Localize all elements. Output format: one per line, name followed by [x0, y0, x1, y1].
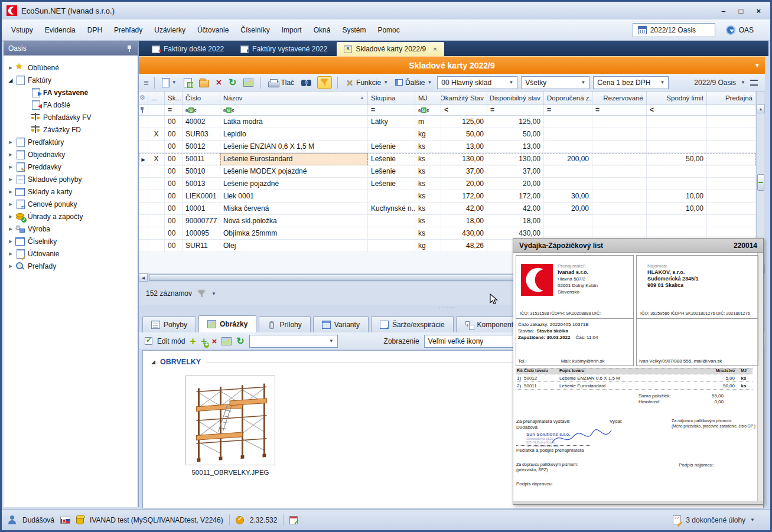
tree-expander-icon[interactable] [6, 213, 15, 220]
tab-pohyby[interactable]: Pohyby [142, 316, 196, 332]
filter-op-equals-icon[interactable] [487, 105, 544, 115]
grid-settings-gear-icon[interactable]: ⚙ [139, 94, 145, 102]
delete-image-button[interactable]: × [211, 337, 217, 345]
table-row[interactable]: 00 40002 Látka modrá Látky m 125,00 125,… [139, 116, 756, 128]
minimize-button[interactable]: – [721, 6, 725, 15]
tree-item[interactable]: Úhrady a zápočty [4, 210, 138, 223]
calendar-check-icon[interactable] [289, 516, 298, 524]
tasks-dropdown-icon[interactable]: ▼ [750, 517, 755, 523]
slovak-flag-icon[interactable] [60, 517, 70, 524]
tree-item[interactable]: Pohľadávky FV [4, 111, 138, 123]
tree-expander-icon[interactable] [6, 200, 15, 208]
tree-expander-icon[interactable] [6, 64, 15, 71]
add-image-button[interactable]: + [190, 337, 196, 345]
tree-item[interactable]: Výroba [4, 223, 138, 235]
table-row[interactable]: 00 LIEK0001 Liek 0001 ks 172,00 172,00 3… [139, 190, 756, 203]
tree-item[interactable]: Záväzky FD [4, 123, 138, 136]
filter-pin-icon[interactable] [139, 106, 145, 113]
tab-varianty[interactable]: Varianty [313, 316, 369, 332]
table-row[interactable]: 00 50013 Lešenie pojazdné Lešenie ks 20,… [139, 178, 756, 190]
tree-expander-icon[interactable] [6, 77, 15, 83]
filter-op-equals-icon[interactable] [368, 105, 415, 115]
tree-item[interactable]: Skladové pohyby [4, 173, 138, 185]
column-header[interactable]: Disponibilný stav [487, 92, 544, 104]
filter-op-less-icon[interactable] [441, 105, 487, 115]
price-select[interactable]: Cena 1 bez DPH▼ [593, 76, 669, 89]
more-menu-button[interactable]: Ďalšie▼ [393, 77, 434, 88]
menu-item[interactable]: Pomoc [372, 24, 405, 37]
tree-expander-icon[interactable] [6, 151, 15, 158]
column-header[interactable]: Rezervované [592, 92, 647, 104]
add-image-plus-button[interactable]: + [201, 337, 207, 345]
tab-faktury-dosle[interactable]: Faktúry došlé 2022 [145, 42, 231, 56]
tree-item[interactable]: Predfaktúry [4, 136, 138, 148]
grid-period-label[interactable]: 2022/9 Oasis [694, 79, 736, 87]
table-row[interactable]: 00 10001 Miska červená Kuchynské n... ks… [139, 203, 756, 215]
period-dropdown-icon[interactable]: ▼ [741, 80, 745, 85]
table-row[interactable]: 00 50012 Lešenie ENZIAN 0,6 X 1,5 M Leše… [139, 141, 756, 153]
menu-item[interactable]: Účtovanie [191, 24, 234, 37]
status-tasks[interactable]: 3 dokončené úlohy [686, 516, 745, 524]
tree-item[interactable]: Objednávky [4, 148, 138, 161]
menu-item[interactable]: Systém [336, 24, 372, 37]
edit-mode-checkbox[interactable] [145, 337, 152, 345]
functions-menu-button[interactable]: Funkcie▼ [343, 77, 390, 88]
column-header-nazov[interactable]: Názov▲ [220, 92, 368, 104]
column-header[interactable]: Doporučená z... [544, 92, 592, 104]
image-button[interactable] [242, 77, 255, 88]
new-record-button[interactable]: ▼ [160, 77, 178, 89]
table-row[interactable]: X 00 SUR03 Lepidlo kg 50,00 50,00 [139, 128, 756, 141]
filter-op-equals-icon[interactable] [592, 105, 647, 115]
tab-skladove-karty[interactable]: Skladové karty 2022/9 × [337, 42, 444, 56]
refresh-images-button[interactable]: ↻ [236, 337, 244, 345]
table-row[interactable]: X 00 50011 Lešenie Eurostandard Lešenie … [139, 153, 756, 165]
status-database[interactable]: IVANAD test (MySQL/IVANADtest, V2246) [90, 516, 223, 524]
maximize-button[interactable]: □ [739, 6, 744, 15]
menu-item[interactable]: Uzávierky [148, 24, 191, 37]
copy-record-button[interactable] [182, 77, 194, 89]
tree-expander-icon[interactable] [6, 138, 15, 146]
image-thumbnail[interactable] [185, 376, 275, 465]
tree-item[interactable]: Obľúbené [4, 61, 138, 74]
column-header[interactable]: Predajná [707, 92, 756, 104]
tab-prilohy[interactable]: Prílohy [259, 316, 310, 332]
image-filter-combo[interactable]: ▼ [249, 335, 338, 348]
menu-item[interactable]: DPH [82, 24, 108, 37]
column-header[interactable]: ... [148, 92, 165, 104]
menu-item[interactable]: Evidencia [39, 24, 82, 37]
filter-cell[interactable] [707, 105, 756, 115]
tab-faktury-vystavene[interactable]: Faktúry vystavené 2022 [233, 42, 334, 56]
column-header[interactable]: Skupina [368, 92, 415, 104]
tree-item[interactable]: Sklady a karty [4, 185, 138, 198]
tree-expander-icon[interactable] [6, 237, 15, 245]
panel-splitter[interactable]: ∙∙∙∙∙∙ [439, 306, 465, 309]
menu-item[interactable]: Prehľady [108, 24, 148, 37]
header-dropdown-icon[interactable]: ▼ [754, 62, 760, 68]
tree-expander-icon[interactable] [6, 188, 15, 195]
pin-icon[interactable] [126, 45, 133, 52]
tree-expander-icon[interactable] [6, 163, 15, 171]
tree-item[interactable]: Faktúry [4, 74, 138, 86]
period-selector[interactable]: 2022/12 Oasis [633, 23, 715, 37]
filter-op-equals-icon[interactable] [165, 105, 183, 115]
refresh-button[interactable]: ↻ [227, 77, 238, 88]
column-header[interactable]: Sk... [165, 92, 183, 104]
open-record-button[interactable] [197, 77, 211, 89]
tree-expander-icon[interactable] [6, 262, 15, 270]
filter-select[interactable]: Všetky▼ [521, 76, 589, 89]
column-header[interactable]: Spodný limit [647, 92, 707, 104]
close-button[interactable]: × [756, 6, 761, 15]
preview-title-bar[interactable]: Výdajka-Zápožičkový list 220014 [513, 239, 763, 253]
menu-hamburger-icon[interactable]: ≡ [144, 77, 149, 87]
status-user[interactable]: Dudášová [22, 516, 54, 524]
tab-obrazky[interactable]: Obrázky [198, 315, 256, 332]
filter-op-less-icon[interactable] [647, 105, 707, 115]
document-preview-window[interactable]: Výdajka-Zápožičkový list 220014 Prenajím… [513, 238, 764, 505]
filter-cell[interactable] [148, 105, 165, 115]
menu-item[interactable]: Číselníky [234, 24, 275, 37]
menu-item[interactable]: Import [276, 24, 308, 37]
filter-cell[interactable] [183, 105, 220, 115]
table-row[interactable]: 00 50010 Lešenie MODEX pojazdné Lešenie … [139, 165, 756, 178]
tree-expander-icon[interactable] [6, 225, 15, 233]
tree-item[interactable]: Účtovanie [4, 247, 138, 260]
